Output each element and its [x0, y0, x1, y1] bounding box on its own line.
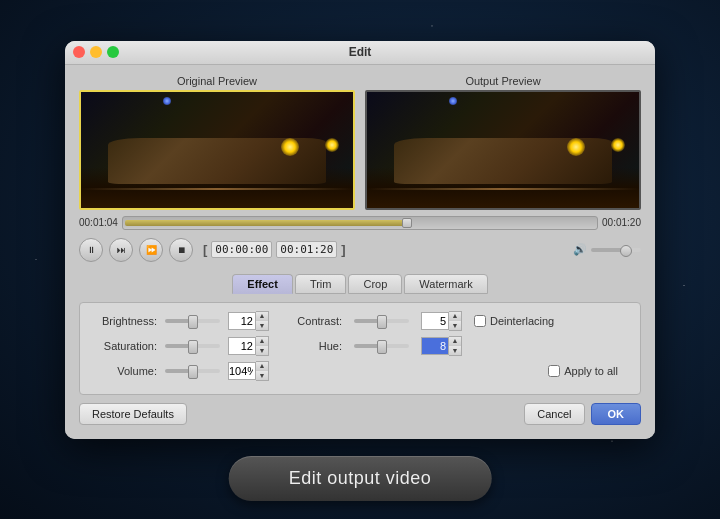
hue-section: Hue: ▲ ▼: [277, 336, 628, 356]
tabs-row: Effect Trim Crop Watermark: [79, 274, 641, 294]
timeline-start: 00:01:04: [79, 217, 118, 228]
cancel-button[interactable]: Cancel: [524, 403, 584, 425]
brightness-label: Brightness:: [92, 315, 157, 327]
contrast-up[interactable]: ▲: [449, 312, 461, 321]
volume-icon: 🔊: [573, 243, 587, 256]
hue-stepper: ▲ ▼: [421, 336, 462, 356]
contrast-stepper-btns: ▲ ▼: [449, 311, 462, 331]
apply-to-all-label: Apply to all: [548, 365, 618, 377]
tab-effect[interactable]: Effect: [232, 274, 293, 294]
stop-button[interactable]: ⏹: [169, 238, 193, 262]
output-preview-panel: Output Preview: [365, 75, 641, 210]
edit-window: Edit Original Preview Output Preview: [65, 41, 655, 439]
volume-slider[interactable]: [591, 248, 641, 252]
bottom-pill-label: Edit output video: [289, 468, 432, 488]
preview-row: Original Preview Output Preview: [79, 75, 641, 210]
pause-button[interactable]: ⏸: [79, 238, 103, 262]
minimize-button[interactable]: [90, 46, 102, 58]
hue-down[interactable]: ▼: [449, 346, 461, 355]
brightness-up[interactable]: ▲: [256, 312, 268, 321]
original-video-inner: [81, 92, 353, 208]
brightness-slider[interactable]: [165, 319, 220, 323]
pause-icon: ⏸: [87, 245, 96, 255]
original-preview-label: Original Preview: [79, 75, 355, 87]
street-light-left: [163, 97, 171, 105]
stop-icon: ⏹: [177, 245, 186, 255]
volume-row: 🔊: [573, 243, 641, 256]
timeline-fill: [125, 220, 409, 226]
contrast-input[interactable]: [421, 312, 449, 330]
close-button[interactable]: [73, 46, 85, 58]
timeline-end: 00:01:20: [602, 217, 641, 228]
right-buttons: Cancel OK: [524, 403, 641, 425]
bracket-end[interactable]: ]: [341, 242, 345, 257]
restore-defaults-button[interactable]: Restore Defaults: [79, 403, 187, 425]
output-preview-label: Output Preview: [365, 75, 641, 87]
contrast-stepper: ▲ ▼: [421, 311, 462, 331]
headlight-right: [325, 138, 339, 152]
hue-stepper-btns: ▲ ▼: [449, 336, 462, 356]
brightness-row: Brightness: ▲ ▼ Contrast: ▲: [92, 311, 628, 331]
saturation-input[interactable]: [228, 337, 256, 355]
ground-line-right: [367, 188, 639, 190]
street-light-right: [449, 97, 457, 105]
effect-controls: Brightness: ▲ ▼ Contrast: ▲: [79, 302, 641, 395]
tab-crop[interactable]: Crop: [348, 274, 402, 294]
volume-effect-slider[interactable]: [165, 369, 220, 373]
volume-label: Volume:: [92, 365, 157, 377]
timeline-handle[interactable]: [402, 218, 412, 228]
volume-input[interactable]: [228, 362, 256, 380]
time-display: [ 00:00:00 00:01:20 ]: [203, 241, 346, 258]
original-preview-panel: Original Preview: [79, 75, 355, 210]
titlebar: Edit: [65, 41, 655, 65]
timeline-track[interactable]: [122, 216, 598, 230]
brightness-down[interactable]: ▼: [256, 321, 268, 330]
contrast-down[interactable]: ▼: [449, 321, 461, 330]
brightness-stepper: ▲ ▼: [228, 311, 269, 331]
brightness-stepper-btns: ▲ ▼: [256, 311, 269, 331]
bracket-start[interactable]: [: [203, 242, 207, 257]
headlight-left-right: [567, 138, 585, 156]
ok-button[interactable]: OK: [591, 403, 642, 425]
output-preview-video: [365, 90, 641, 210]
headlight-right-right: [611, 138, 625, 152]
titlebar-buttons: [73, 46, 119, 58]
saturation-stepper: ▲ ▼: [228, 336, 269, 356]
volume-up[interactable]: ▲: [256, 362, 268, 371]
hue-input[interactable]: [421, 337, 449, 355]
deinterlacing-checkbox[interactable]: [474, 315, 486, 327]
tab-trim[interactable]: Trim: [295, 274, 347, 294]
next-frame-icon: ⏭: [117, 245, 126, 255]
contrast-label: Contrast:: [277, 315, 342, 327]
saturation-slider[interactable]: [165, 344, 220, 348]
original-preview-video: [79, 90, 355, 210]
hue-up[interactable]: ▲: [449, 337, 461, 346]
hue-label: Hue:: [277, 340, 342, 352]
step-forward-icon: ⏩: [146, 245, 157, 255]
tab-watermark[interactable]: Watermark: [404, 274, 487, 294]
headlight-left: [281, 138, 299, 156]
volume-down[interactable]: ▼: [256, 371, 268, 380]
saturation-label: Saturation:: [92, 340, 157, 352]
maximize-button[interactable]: [107, 46, 119, 58]
volume-stepper: ▲ ▼: [228, 361, 269, 381]
next-frame-button[interactable]: ⏭: [109, 238, 133, 262]
saturation-row: Saturation: ▲ ▼ Hue: ▲: [92, 336, 628, 356]
volume-stepper-btns: ▲ ▼: [256, 361, 269, 381]
saturation-stepper-btns: ▲ ▼: [256, 336, 269, 356]
apply-to-all-checkbox[interactable]: [548, 365, 560, 377]
volume-control-row: Volume: ▲ ▼ Apply to all: [92, 361, 628, 381]
saturation-up[interactable]: ▲: [256, 337, 268, 346]
hue-slider[interactable]: [354, 344, 409, 348]
timecode-end: 00:01:20: [276, 241, 337, 258]
step-forward-button[interactable]: ⏩: [139, 238, 163, 262]
ground-line-left: [81, 188, 353, 190]
contrast-slider[interactable]: [354, 319, 409, 323]
timeline-row: 00:01:04 00:01:20: [79, 216, 641, 230]
brightness-input[interactable]: [228, 312, 256, 330]
window-title: Edit: [349, 45, 372, 59]
saturation-down[interactable]: ▼: [256, 346, 268, 355]
bottom-pill: Edit output video: [229, 456, 492, 501]
window-content: Original Preview Output Preview: [65, 65, 655, 439]
timecode-start: 00:00:00: [211, 241, 272, 258]
